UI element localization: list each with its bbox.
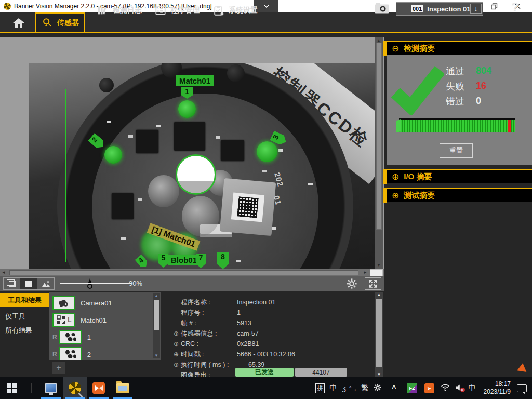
pass-label: 通过 [446,65,476,77]
scroll-down-arrow[interactable]: ▼ [153,353,160,358]
windows-logo-icon [7,383,17,393]
ime-pinyin-icon[interactable]: 拼 [315,383,325,393]
camera-icon [374,2,390,15]
ime-settings-gear[interactable] [374,383,382,393]
taskbar: 拼 中 ʒ ° ， 繁 ^ FZ ➤ ✕ 中 18:17 2023/11/9 [0,377,532,399]
property-label: 帧 # : [181,319,237,328]
taskbar-app-vision-manager[interactable] [63,377,87,399]
test-summary-title: 测试摘要 [404,191,435,201]
inspection-select-field[interactable]: 001 Inspection 01 ↓ [396,2,483,16]
horizontal-scrollbar[interactable]: ◄ ► [0,269,384,276]
tool-list-scrollbar[interactable]: ▲ ▼ [153,293,160,358]
expand-row-icon[interactable]: ⊕ [171,340,181,348]
ime-chinese-mode[interactable]: 中 [329,383,337,393]
notification-center-icon[interactable] [517,384,527,392]
image-export-count[interactable]: 44107 [295,368,347,377]
stop-view-button[interactable] [20,278,37,289]
tool-item-match01[interactable]: L Match01 [52,312,107,328]
tool-badge: R [52,334,57,341]
ime-traditional-mode[interactable]: 繁 [361,383,368,393]
scroll-up-arrow[interactable]: ▲ [375,292,383,297]
viewer-toolbar: 90% [0,276,384,291]
ime-shape-mode-icon[interactable]: ʒ [342,384,346,392]
match01-label[interactable]: Match01 [176,75,214,86]
add-tool-button[interactable]: + [52,362,65,374]
expand-row-icon[interactable]: ⊕ [171,351,181,358]
tool-list-scroll-thumb[interactable] [154,300,159,330]
tab-inspection-logs[interactable]: 检测日志 [91,2,147,19]
scroll-right-arrow[interactable]: ► [362,269,369,276]
ime-punct-degree[interactable]: ° [349,385,351,391]
tab-tools-and-results[interactable]: 工具和结果 [0,293,49,307]
filezilla-tray-icon[interactable]: FZ [407,383,417,393]
tab-system-settings[interactable]: 系统设置 [208,2,263,19]
tab-logs-label: 检测日志 [113,6,142,15]
taskbar-app-explorer[interactable] [111,377,135,399]
tool-item-camera01[interactable]: Camera01 [52,295,112,311]
camera-image[interactable]: 控制器CCD检 202 01 Match01 1 2 3 [1] Match01 [29,63,375,269]
inspection-dropdown-arrow[interactable]: ↓ [470,4,482,14]
property-row: ⊕ CRC : 0x2B81 [171,339,375,349]
display-settings-button[interactable] [346,278,357,291]
volume-muted-icon[interactable]: ✕ [455,383,463,393]
tab-all-results[interactable]: 所有结果 [5,326,32,335]
test-summary-header[interactable]: ⊕ 测试摘要 [387,188,532,202]
snapshot-button[interactable] [374,2,390,15]
scroll-left-arrow[interactable]: ◄ [0,269,7,276]
io-summary-header[interactable]: ⊕ I/O 摘要 [387,169,532,183]
history-bar-cap [396,119,401,132]
image-export-status-button[interactable]: 已发送 [235,368,294,377]
wifi-icon[interactable] [441,383,450,393]
help-button[interactable]: ? [511,0,519,15]
expand-row-icon[interactable]: ⊕ [171,330,181,337]
inspection-summary-header[interactable]: ⊖ 检测摘要 [387,41,532,55]
properties-scroll-thumb[interactable] [376,299,382,367]
logs-books-icon [97,5,109,16]
fullscreen-button[interactable] [365,277,381,290]
tab-program-management[interactable]: 程序管理 [150,2,205,19]
scroll-down-arrow[interactable]: ▼ [375,262,382,269]
scroll-up-arrow[interactable]: ▲ [153,294,160,298]
ime-punct-comma[interactable]: ， [352,384,358,392]
horizontal-scroll-thumb[interactable] [9,270,358,275]
reset-button[interactable]: 重置 [440,143,473,158]
button-cell [176,154,216,195]
fail-stat: 失败 16 [446,78,491,94]
taskbar-app-compare[interactable] [87,377,111,399]
vertical-scrollbar[interactable]: ▲ ▼ [375,37,383,269]
restore-button[interactable] [485,0,503,12]
taskbar-clock[interactable]: 18:17 2023/11/9 [484,380,511,396]
inspection-selector[interactable]: 001 Inspection 01 ↓ [396,2,483,16]
language-indicator[interactable]: 中 [469,383,476,393]
taskbar-separator [31,383,32,393]
property-label: 程序名称 : [181,298,237,307]
zoom-slider-handle[interactable] [87,278,93,289]
program-list-icon [155,5,166,16]
tool-item-blob-2[interactable]: R 2 [52,347,91,360]
camera-glyph [58,298,70,308]
collapse-icon[interactable]: ⊖ [392,44,399,53]
tab-tools-only[interactable]: 仅工具 [5,312,25,321]
property-row: 帧 # : 5913 [171,318,375,328]
blob01-label[interactable]: Blob01 [168,255,200,265]
start-button[interactable] [0,377,24,399]
tab-sensor[interactable]: 传感器 [35,12,85,32]
expand-icon[interactable]: ⊕ [392,172,399,181]
vertical-scroll-thumb[interactable] [376,43,382,230]
layers-view-button[interactable] [4,278,20,289]
zoom-slider-track[interactable] [60,283,131,284]
image-view-button[interactable] [37,278,54,289]
taskbar-app-remote[interactable] [39,377,63,399]
expand-row-icon[interactable]: ⊕ [171,361,181,368]
tool-item-blob-1[interactable]: R 1 [52,329,91,345]
expand-icon[interactable]: ⊕ [392,191,399,200]
home-button[interactable] [7,14,30,32]
orange-tray-icon[interactable]: ➤ [424,383,434,393]
tab-settings-label: 系统设置 [229,6,258,15]
tray-overflow-caret[interactable]: ^ [392,384,396,392]
properties-scrollbar[interactable]: ▲ ▼ [375,292,383,377]
fail-count: 16 [476,81,486,91]
scroll-down-arrow[interactable]: ▼ [375,372,383,377]
gear-icon [346,278,357,289]
property-row: 程序号 : 1 [171,308,375,318]
